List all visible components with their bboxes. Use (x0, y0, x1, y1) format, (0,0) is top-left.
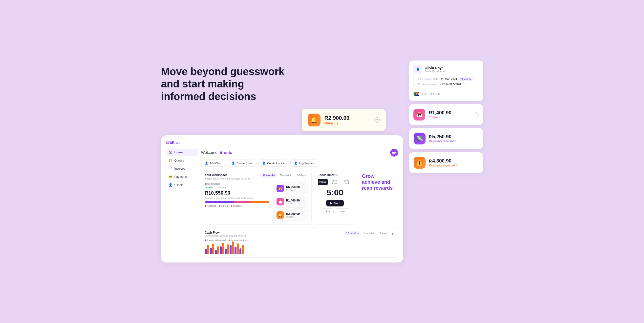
overdue-amount-card: R2,900.00 (286, 212, 300, 216)
current-stat-help-icon[interactable]: ? (474, 112, 479, 117)
workspace-subtitle: Keep track of how your business is doing (205, 177, 250, 180)
focus-tab-long[interactable]: Long break (341, 179, 352, 185)
start-timer-button[interactable]: ▶ Start (326, 200, 344, 206)
progress-overdue (250, 201, 270, 203)
focus-tab-focus[interactable]: Focus (318, 179, 328, 185)
current-stat-amount: R1,400.90 (429, 110, 452, 116)
invoice-cards: 💰 R6,250.00 Received ··· 📅 (273, 183, 308, 221)
period-tab-12months[interactable]: 12 months (261, 173, 277, 178)
sidebar-item-clients-label: Clients (174, 183, 184, 187)
phone-help-icon: ⓘ (414, 82, 416, 86)
user-name: Brento (220, 150, 232, 155)
contact-divider (414, 89, 479, 89)
total-invoiced-amount: R10,550.90 (205, 190, 270, 196)
contact-phone: ⓘ Contact number: +27 84-317-0348 (414, 82, 479, 86)
contact-avatar: 👤 (414, 65, 422, 74)
received-help-icon: ? (455, 140, 456, 143)
overdue-help-icon[interactable]: ? (374, 117, 380, 123)
cashflow-more-button[interactable]: ⋮ (390, 231, 394, 236)
period-tab-thismonth[interactable]: This month (278, 173, 294, 178)
app-inner: 🏠 Home 📋 Quotes 📄 Invoices 💳 (166, 149, 398, 258)
cashflow-period-tabs: 12 months 6 months 30 days ⋮ (344, 231, 394, 236)
invoice-date-help-icon: ⓘ (414, 77, 416, 81)
cashflow-tab-12months[interactable]: 12 months (344, 231, 360, 235)
progress-bar (205, 201, 270, 203)
contact-invoice-date: ⓘ Last invoice date: 22 Mar, 2024 Quarte… (414, 77, 479, 81)
expected-stat-label: Payments expected ? (429, 164, 457, 167)
focus-tab-short[interactable]: Short break (328, 179, 340, 185)
workspace-header: Your workspace Keep track of how your bu… (205, 173, 308, 180)
bar-received-4 (220, 247, 222, 254)
bar-received-2 (210, 248, 212, 254)
phone-value: +27 84-317-0348 (440, 83, 461, 86)
sidebar-item-clients[interactable]: 👤 Clients (166, 181, 198, 188)
app-card: craft free 🏠 Home 📋 Quotes (161, 135, 403, 263)
app-logo: craft (166, 140, 175, 144)
progress-current (234, 201, 250, 203)
sidebar-item-home[interactable]: 🏠 Home (166, 149, 198, 156)
overdue-more-icon[interactable]: ··· (302, 213, 305, 217)
overdue-label-card: Overdue (286, 216, 300, 218)
create-invoice-button[interactable]: 👤 Create Invoice (258, 160, 288, 167)
create-quote-button[interactable]: 👤 Create Quote (228, 160, 256, 167)
expected-stat-icon: ⚠️ (414, 157, 426, 169)
received-stat-label: Payments received ? (429, 140, 456, 143)
current-amount: R1,400.90 (286, 199, 300, 202)
stat-card-current: 📅 R1,400.90 Current ? (409, 104, 483, 125)
workspace-period-tabs: 12 months This month 30 days (261, 173, 308, 178)
create-invoice-icon: 👤 (262, 161, 266, 165)
reset-timer-button[interactable]: Reset (335, 208, 349, 214)
sidebar-item-invoices[interactable]: 📄 Invoices (166, 165, 198, 172)
contact-name: Olivia Rhye (425, 66, 446, 70)
received-icon: 💰 (276, 185, 284, 192)
current-icon: 📅 (276, 198, 284, 205)
cashflow-title: Cash Flow (205, 231, 246, 234)
bar-invoiced-4 (222, 243, 224, 254)
log-payment-button[interactable]: 👤 Log Payment (290, 160, 319, 167)
cashflow-tab-30days[interactable]: 30 days (376, 231, 389, 235)
sidebar-item-quotes-label: Quotes (174, 159, 184, 162)
total-invoiced-label: Total invoiced (205, 183, 270, 185)
action-buttons: 👤 Add Client 👤 Create Quote 👤 Create Inv… (201, 160, 398, 167)
invoice-overdue-card: 🔔 R2,900.00 Overdue ··· (273, 209, 308, 221)
workspace-card: Your workspace Keep track of how your bu… (201, 170, 312, 225)
workspace-title: Your workspace (205, 173, 250, 177)
received-r-prefix: R (429, 135, 432, 139)
grow-section: Grow, achieve and reap rewards (358, 170, 398, 225)
app-header: craft free (166, 140, 398, 145)
current-stat-icon: 📅 (414, 109, 425, 120)
cashflow-legend: Payment Received Amount Invoiced (205, 239, 394, 242)
overdue-icon-card: 🔔 (276, 211, 284, 219)
create-quote-label: Create Quote (236, 162, 253, 165)
legend-received: Received (205, 205, 216, 207)
current-stat-label: Current (429, 116, 452, 119)
cashflow-tab-6months[interactable]: 6 months (362, 231, 376, 235)
period-tab-30days[interactable]: 30 days (295, 173, 308, 178)
expected-stat-amount: R4,300.90 (429, 158, 457, 164)
quotes-icon: 📋 (168, 159, 172, 162)
sidebar-item-quotes[interactable]: 📋 Quotes (166, 157, 198, 164)
legend: Received Current Overdue (205, 205, 270, 207)
contact-header: 👤 Olivia Rhye Olivia@craft.com (414, 65, 479, 74)
play-icon: ▶ (330, 202, 332, 205)
create-quote-icon: 👤 (232, 161, 235, 165)
add-client-label: Add Client (210, 162, 222, 165)
main-content: Welcome, Brento BP 👤 Add Client 👤 Create… (201, 149, 398, 258)
sa-flag-icon: 🇿🇦 (414, 91, 419, 97)
add-client-button[interactable]: 👤 Add Client (201, 160, 226, 167)
focus-timer-title: FocusTimer ⓘ (318, 173, 352, 177)
sidebar-item-payments[interactable]: 💳 Payments (166, 173, 198, 180)
progress-received (205, 201, 234, 203)
welcome-text: Welcome, Brento (201, 150, 232, 155)
current-more-icon[interactable]: ··· (302, 200, 305, 204)
overdue-icon: 🔔 (308, 114, 320, 126)
stat-card-expected: ⚠️ R4,300.90 Payments expected ? (409, 152, 483, 173)
received-more-icon[interactable]: ··· (302, 186, 305, 190)
received-label: Received (286, 189, 300, 191)
contact-card: 👤 Olivia Rhye Olivia@craft.com ⓘ Last in… (409, 60, 483, 101)
stop-timer-button[interactable]: Stop (321, 208, 334, 214)
right-section: 👤 Olivia Rhye Olivia@craft.com ⓘ Last in… (409, 60, 483, 263)
focus-tabs: Focus Short break Long break (318, 179, 352, 185)
create-invoice-label: Create Invoice (267, 162, 285, 165)
received-stat-icon: 💸 (414, 133, 426, 144)
